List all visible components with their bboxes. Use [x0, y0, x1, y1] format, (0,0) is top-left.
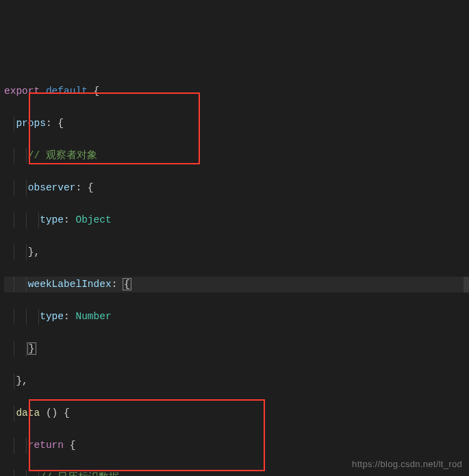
- code-line: type: Object: [4, 212, 469, 229]
- prop-observer: observer: [28, 182, 76, 193]
- code-line: // 观察者对象: [4, 148, 469, 164]
- prop-weeklabelindex: weekLabelIndex: [28, 279, 112, 290]
- comment: // 观察者对象: [28, 150, 97, 161]
- code-line: data () {: [4, 405, 469, 422]
- bracket-match: {: [123, 278, 131, 290]
- keyword-default: default: [46, 86, 88, 97]
- code-line: observer: {: [4, 180, 469, 197]
- method-data: data: [16, 408, 40, 418]
- type-number: Number: [75, 311, 111, 322]
- prop-props: props: [16, 118, 46, 129]
- code-line: props: {: [4, 116, 469, 132]
- code-line: export default {: [4, 84, 469, 100]
- code-line-highlighted: weekLabelIndex: {: [4, 277, 469, 293]
- bracket-match: }: [27, 342, 36, 355]
- code-line: }: [4, 341, 469, 358]
- code-line: },: [4, 245, 469, 261]
- prop-type: type: [40, 311, 64, 322]
- type-object: Object: [75, 214, 111, 225]
- code-line: },: [4, 373, 469, 390]
- comment: // 日历标识数据: [40, 472, 119, 477]
- code-line: return {: [4, 438, 469, 454]
- prop-type: type: [40, 214, 64, 225]
- code-editor[interactable]: export default { props: { // 观察者对象 obser…: [0, 64, 469, 476]
- code-line: type: Number: [4, 309, 469, 325]
- keyword-export: export: [4, 86, 40, 97]
- watermark: https://blog.csdn.net/lt_rod: [352, 456, 462, 473]
- keyword-return: return: [28, 440, 64, 451]
